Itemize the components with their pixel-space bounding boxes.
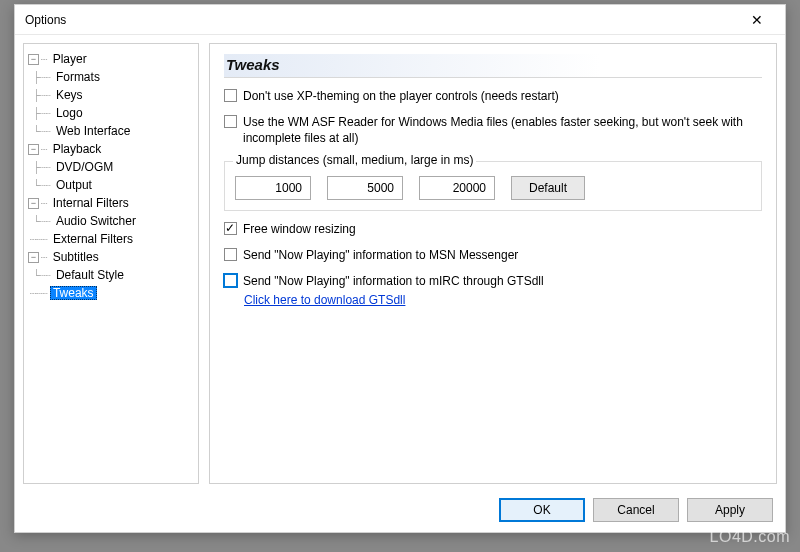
jump-medium-input[interactable]: 5000 bbox=[327, 176, 403, 200]
checkbox-icon bbox=[224, 89, 237, 102]
collapse-icon[interactable]: − bbox=[28, 252, 39, 263]
checkbox-icon bbox=[224, 222, 237, 235]
collapse-icon[interactable]: − bbox=[28, 198, 39, 209]
tree-item-audio-switcher[interactable]: └┈┈ Audio Switcher bbox=[28, 212, 194, 230]
panel-title: Tweaks bbox=[224, 54, 762, 78]
checkbox-asf-reader[interactable]: Use the WM ASF Reader for Windows Media … bbox=[224, 114, 762, 146]
checkbox-label: Free window resizing bbox=[243, 221, 356, 237]
checkbox-label: Send "Now Playing" information to mIRC t… bbox=[243, 273, 544, 289]
checkbox-xp-theming[interactable]: Don't use XP-theming on the player contr… bbox=[224, 88, 762, 104]
tree-label: Formats bbox=[53, 70, 103, 84]
tree-item-web-interface[interactable]: └┈┈ Web Interface bbox=[28, 122, 194, 140]
checkbox-icon bbox=[224, 115, 237, 128]
checkbox-label: Send "Now Playing" information to MSN Me… bbox=[243, 247, 518, 263]
checkbox-icon bbox=[224, 248, 237, 261]
checkbox-icon bbox=[224, 274, 237, 287]
cancel-button[interactable]: Cancel bbox=[593, 498, 679, 522]
collapse-icon[interactable]: − bbox=[28, 144, 39, 155]
tree-item-dvd-ogm[interactable]: ├┈┈ DVD/OGM bbox=[28, 158, 194, 176]
checkbox-label: Use the WM ASF Reader for Windows Media … bbox=[243, 114, 762, 146]
tree-item-internal-filters[interactable]: − ┈ Internal Filters bbox=[28, 194, 194, 212]
options-dialog: Options ✕ − ┈ Player ├┈┈ Formats bbox=[14, 4, 786, 533]
tweaks-panel: Tweaks Don't use XP-theming on the playe… bbox=[209, 43, 777, 484]
tree-label: Tweaks bbox=[50, 286, 97, 300]
close-icon: ✕ bbox=[751, 12, 763, 28]
tree-label: Subtitles bbox=[50, 250, 102, 264]
tree-item-formats[interactable]: ├┈┈ Formats bbox=[28, 68, 194, 86]
tree-item-external-filters[interactable]: ┈┈┈ External Filters bbox=[28, 230, 194, 248]
download-gtsdll-link[interactable]: Click here to download GTSdll bbox=[244, 293, 405, 307]
tree-item-playback[interactable]: − ┈ Playback bbox=[28, 140, 194, 158]
nav-tree[interactable]: − ┈ Player ├┈┈ Formats ├┈┈ Keys bbox=[23, 43, 199, 484]
jump-small-input[interactable]: 1000 bbox=[235, 176, 311, 200]
tree-label: Keys bbox=[53, 88, 86, 102]
tree-label: Web Interface bbox=[53, 124, 133, 138]
window-title: Options bbox=[25, 13, 737, 27]
group-title: Jump distances (small, medium, large in … bbox=[233, 153, 476, 167]
apply-button[interactable]: Apply bbox=[687, 498, 773, 522]
tree-label: Playback bbox=[50, 142, 105, 156]
collapse-icon[interactable]: − bbox=[28, 54, 39, 65]
tree-label: Output bbox=[53, 178, 95, 192]
checkbox-msn[interactable]: Send "Now Playing" information to MSN Me… bbox=[224, 247, 762, 263]
close-button[interactable]: ✕ bbox=[737, 7, 777, 33]
jump-distances-group: Jump distances (small, medium, large in … bbox=[224, 161, 762, 211]
tree-item-player[interactable]: − ┈ Player bbox=[28, 50, 194, 68]
tree-item-output[interactable]: └┈┈ Output bbox=[28, 176, 194, 194]
default-button[interactable]: Default bbox=[511, 176, 585, 200]
tree-item-keys[interactable]: ├┈┈ Keys bbox=[28, 86, 194, 104]
tree-label: Player bbox=[50, 52, 90, 66]
tree-item-logo[interactable]: ├┈┈ Logo bbox=[28, 104, 194, 122]
tree-label: DVD/OGM bbox=[53, 160, 116, 174]
checkbox-label: Don't use XP-theming on the player contr… bbox=[243, 88, 559, 104]
tree-label: External Filters bbox=[50, 232, 136, 246]
ok-button[interactable]: OK bbox=[499, 498, 585, 522]
jump-large-input[interactable]: 20000 bbox=[419, 176, 495, 200]
content-area: − ┈ Player ├┈┈ Formats ├┈┈ Keys bbox=[15, 35, 785, 492]
tree-label: Audio Switcher bbox=[53, 214, 139, 228]
checkbox-free-resize[interactable]: Free window resizing bbox=[224, 221, 762, 237]
tree-label: Internal Filters bbox=[50, 196, 132, 210]
titlebar: Options ✕ bbox=[15, 5, 785, 35]
tree-item-subtitles[interactable]: − ┈ Subtitles bbox=[28, 248, 194, 266]
checkbox-mirc[interactable]: Send "Now Playing" information to mIRC t… bbox=[224, 273, 762, 289]
dialog-button-row: OK Cancel Apply bbox=[15, 492, 785, 532]
tree-label: Default Style bbox=[53, 268, 127, 282]
tree-label: Logo bbox=[53, 106, 86, 120]
tree-item-tweaks[interactable]: ┈┈┈ Tweaks bbox=[28, 284, 194, 302]
tree-item-default-style[interactable]: └┈┈ Default Style bbox=[28, 266, 194, 284]
